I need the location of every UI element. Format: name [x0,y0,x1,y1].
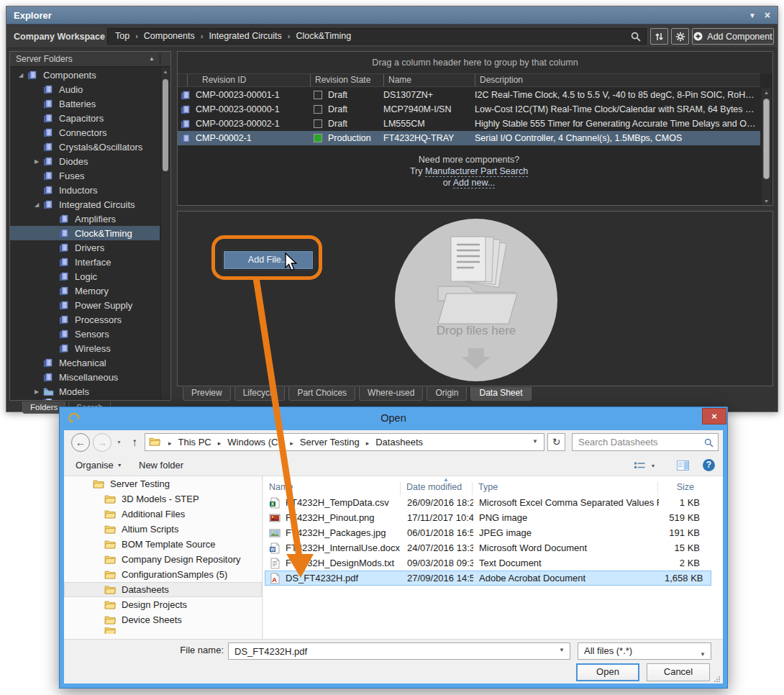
explorer-titlebar[interactable]: Explorer ▼ × [6,6,778,24]
file-row-ft4232h-pinout-png[interactable]: FT4232H_Pinout.png17/11/2017 10:48PNG im… [265,510,711,525]
address-segment-server-testing[interactable]: Server Testing [298,437,361,448]
expander-icon[interactable]: ◢ [16,72,26,78]
revision-state-checkbox[interactable] [314,105,322,114]
dialog-tree-item-server-testing[interactable]: Server Testing [64,476,262,491]
tree-item-item[interactable] [10,399,160,400]
file-type-select[interactable]: All files (*.*) ▼ [578,642,711,660]
column-header-name[interactable]: Name [383,74,475,86]
tree-item-integrated-circuits[interactable]: ◢Integrated Circuits [10,197,160,212]
chevron-right-icon[interactable]: ▸ [285,440,298,447]
column-header-revision-state[interactable]: Revision State [310,74,383,86]
table-row-mcp7940m-i-sn[interactable]: CMP-00023-00000-1DraftMCP7940M-I/SNLow-C… [178,102,760,117]
tree-item-models[interactable]: ▶Models [10,384,160,399]
tree-item-amplifiers[interactable]: Amplifiers [10,212,160,226]
tree-item-capacitors[interactable]: Capacitors [10,111,160,125]
add-component-button[interactable]: Add Component [692,28,774,45]
file-name-input[interactable] [229,643,552,659]
tree-item-drivers[interactable]: Drivers [10,240,160,255]
back-button[interactable]: ← [71,433,90,452]
tree-item-clock-timing[interactable]: Clock&Timing [10,226,160,240]
chevron-right-icon[interactable]: ▸ [213,440,227,447]
breadcrumb-segment-top[interactable]: Top [115,31,129,41]
revision-state-checkbox[interactable] [314,91,322,99]
search-input[interactable] [573,434,699,450]
refresh-components-button[interactable] [650,28,668,45]
sidebar-scrollbar[interactable]: ▲ [160,68,170,399]
settings-button[interactable] [671,28,689,45]
dialog-tree-item-company-design-repository[interactable]: Company Design Repository [64,552,262,567]
tree-item-connectors[interactable]: Connectors [10,125,160,140]
panel-close-icon[interactable]: × [765,6,770,24]
dialog-close-button[interactable]: × [702,408,726,424]
preview-pane-button[interactable] [677,460,689,473]
tab-origin[interactable]: Origin [427,387,467,401]
refresh-button[interactable]: ↻ [547,433,565,451]
scroll-up-icon[interactable]: ▲ [161,69,170,74]
help-button[interactable]: ? [703,459,715,471]
tree-item-audio[interactable]: Audio [10,82,160,96]
revision-state-checkbox[interactable] [314,134,322,142]
tree-item-power-supply[interactable]: Power Supply [10,298,160,312]
organise-menu[interactable]: Organise▼ [76,460,122,471]
tree-item-interface[interactable]: Interface [10,255,160,269]
tree-item-logic[interactable]: Logic [10,269,160,283]
file-row-ft4232h-internaluse-docx[interactable]: WFT4232H_InternalUse.docx24/07/2016 13:3… [265,540,711,555]
manufacturer-part-search-link[interactable]: Manufacturer Part Search [425,166,528,177]
address-segment-this-pc[interactable]: This PC [177,437,213,448]
tree-item-diodes[interactable]: ▶Diodes [10,154,160,168]
collapse-icon[interactable]: ▲ [149,52,155,66]
dialog-tree-item-item[interactable] [64,627,262,634]
view-options-button[interactable]: ▼ [634,460,655,473]
column-header-size[interactable]: Size [657,482,723,495]
chevron-right-icon[interactable]: ▸ [361,440,375,447]
address-dropdown-icon[interactable]: ▼ [532,438,538,445]
expander-icon[interactable]: ▶ [32,389,42,395]
column-header-revision-id[interactable]: Revision ID [187,74,310,86]
resize-grip[interactable] [714,676,721,683]
address-segment-datasheets[interactable]: Datasheets [374,437,424,448]
scroll-down-icon[interactable]: ▼ [762,199,771,204]
tab-where-used[interactable]: Where-used [359,387,423,401]
panel-dropdown-icon[interactable]: ▼ [749,6,756,24]
address-segment-windows-c[interactable]: Windows (C:) [226,437,285,448]
breadcrumb-segment-clock-timing[interactable]: Clock&Timing [296,31,351,41]
dialog-tree-item-design-projects[interactable]: Design Projects [64,597,262,612]
tree-item-inductors[interactable]: Inductors [10,183,160,197]
tree-item-processors[interactable]: Processors [10,312,160,327]
dialog-titlebar[interactable]: Open × [60,407,727,430]
workspace-selector[interactable]: Company Workspace▼ [14,29,114,44]
sort-caret-icon[interactable]: ▲ [443,476,449,483]
dialog-tree-item-datasheets[interactable]: Datasheets [64,582,262,597]
scrollbar-thumb[interactable] [163,79,168,171]
tree-item-sensors[interactable]: Sensors [10,327,160,341]
file-row-ft4232h-packages-jpg[interactable]: FT4232H_Packages.jpg06/01/2018 16:54JPEG… [265,525,711,540]
dialog-tree-item-additional-files[interactable]: Additional Files [64,507,262,522]
chevron-right-icon[interactable]: ▸ [163,440,177,447]
expander-icon[interactable]: ▶ [32,158,42,165]
breadcrumb-segment-components[interactable]: Components [144,31,195,41]
dialog-tree-item-altium-scripts[interactable]: Altium Scripts [64,522,262,537]
tree-item-memory[interactable]: Memory [10,283,160,298]
chevron-down-icon[interactable]: ▼ [559,647,565,653]
dialog-tree-item-3d-models-step[interactable]: 3D Models - STEP [64,491,262,507]
drop-zone[interactable]: Drop files here [395,219,557,381]
tab-part-choices[interactable]: Part Choices [288,387,355,401]
new-folder-button[interactable]: New folder [139,460,183,471]
tree-item-fuses[interactable]: Fuses [10,168,160,183]
tree-item-batteries[interactable]: Batteries [10,96,160,111]
column-header-name[interactable]: Name [263,482,400,495]
tab-preview[interactable]: Preview [183,387,231,401]
file-row-ft4232h-tempdata-csv[interactable]: XFT4232H_TempData.csv26/09/2016 18:24Mic… [265,495,711,510]
tab-data-sheet[interactable]: Data Sheet [470,387,531,401]
tree-item-components[interactable]: ◢Components [10,68,160,82]
nav-history-dropdown-icon[interactable]: ▼ [117,440,122,445]
cancel-button[interactable]: Cancel [647,663,710,681]
forward-button[interactable]: → [93,433,111,452]
table-row-ft4232hq-tray[interactable]: CMP-00002-1ProductionFT4232HQ-TRAYSerial… [178,131,760,145]
tab-lifecycle[interactable]: Lifecycle [234,387,286,401]
dialog-tree-item-bom-template-source[interactable]: BOM Template Source [64,537,262,552]
column-header-description[interactable]: Description [475,74,760,86]
add-new-link[interactable]: Add new... [453,178,495,188]
column-header-type[interactable]: Type [472,482,657,495]
up-button[interactable]: ↑ [127,434,142,451]
